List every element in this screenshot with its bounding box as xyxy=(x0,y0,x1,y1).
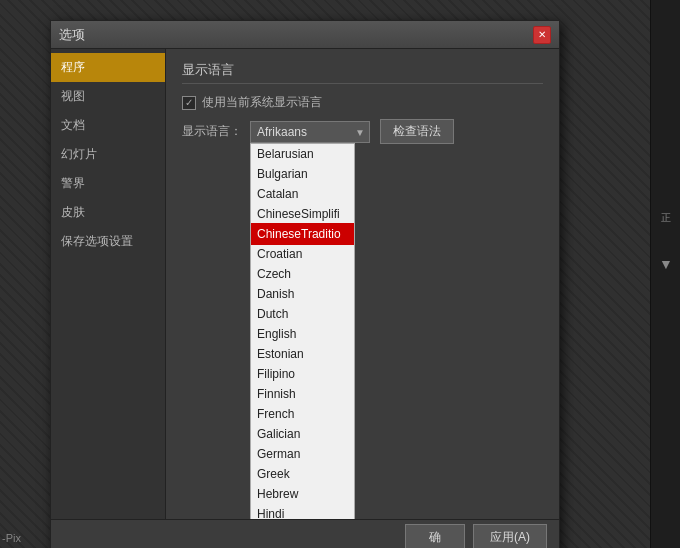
bottom-label: -Pix xyxy=(2,532,21,544)
close-button[interactable]: ✕ xyxy=(533,26,551,44)
language-option[interactable]: Hindi xyxy=(251,504,354,520)
language-option[interactable]: French xyxy=(251,404,354,424)
nav-item-shitu[interactable]: 视图 xyxy=(51,82,165,111)
language-option[interactable]: Bulgarian xyxy=(251,164,354,184)
display-lang-label: 显示语言： xyxy=(182,123,242,140)
right-panel-chevron-icon[interactable]: ▼ xyxy=(651,246,680,282)
use-system-lang-checkbox[interactable] xyxy=(182,96,196,110)
language-option[interactable]: Czech xyxy=(251,264,354,284)
dialog-content: 显示语言 使用当前系统显示语言 显示语言： Afrikaans ▼ B xyxy=(166,49,559,519)
dialog-nav: 程序 视图 文档 幻灯片 警界 皮肤 保存选项设置 xyxy=(51,49,166,519)
lang-select-row: 显示语言： Afrikaans ▼ BelarusianBulgarianCat… xyxy=(182,119,543,144)
language-option[interactable]: Belarusian xyxy=(251,144,354,164)
language-option[interactable]: German xyxy=(251,444,354,464)
language-option[interactable]: Galician xyxy=(251,424,354,444)
nav-item-jingjie[interactable]: 警界 xyxy=(51,169,165,198)
right-panel: 正 ▼ xyxy=(650,0,680,548)
apply-button[interactable]: 应用(A) xyxy=(473,524,547,548)
language-option[interactable]: Hebrew xyxy=(251,484,354,504)
language-option[interactable]: ChineseSimplifi xyxy=(251,204,354,224)
language-option[interactable]: Estonian xyxy=(251,344,354,364)
nav-item-chengxu[interactable]: 程序 xyxy=(51,53,165,82)
language-option[interactable]: Croatian xyxy=(251,244,354,264)
dialog-footer: 确 应用(A) xyxy=(51,519,559,548)
dialog-body: 程序 视图 文档 幻灯片 警界 皮肤 保存选项设置 显示语言 使用当前系统显示语… xyxy=(51,49,559,519)
language-option[interactable]: Greek xyxy=(251,464,354,484)
dialog-title: 选项 xyxy=(59,26,533,44)
language-option[interactable]: Filipino xyxy=(251,364,354,384)
right-panel-icon-top: 正 xyxy=(651,200,680,236)
language-dropdown[interactable]: Afrikaans ▼ xyxy=(250,121,370,143)
language-option[interactable]: ChineseTraditio xyxy=(251,224,354,244)
language-dropdown-wrapper: Afrikaans ▼ BelarusianBulgarianCatalanCh… xyxy=(250,121,370,143)
dropdown-arrow-icon: ▼ xyxy=(355,126,365,137)
language-option[interactable]: Catalan xyxy=(251,184,354,204)
use-system-lang-row: 使用当前系统显示语言 xyxy=(182,94,543,111)
nav-item-pifu[interactable]: 皮肤 xyxy=(51,198,165,227)
language-option[interactable]: Danish xyxy=(251,284,354,304)
language-option[interactable]: Finnish xyxy=(251,384,354,404)
check-grammar-button[interactable]: 检查语法 xyxy=(380,119,454,144)
language-dropdown-list-container: BelarusianBulgarianCatalanChineseSimplif… xyxy=(250,143,355,520)
language-option[interactable]: Dutch xyxy=(251,304,354,324)
language-dropdown-list: BelarusianBulgarianCatalanChineseSimplif… xyxy=(251,144,354,520)
options-dialog: 选项 ✕ 程序 视图 文档 幻灯片 警界 皮肤 保存选项设置 显示语言 使用当前… xyxy=(50,20,560,548)
language-option[interactable]: English xyxy=(251,324,354,344)
nav-item-baocun[interactable]: 保存选项设置 xyxy=(51,227,165,256)
nav-item-wendang[interactable]: 文档 xyxy=(51,111,165,140)
section-title: 显示语言 xyxy=(182,61,543,84)
confirm-button[interactable]: 确 xyxy=(405,524,465,548)
dropdown-current-value: Afrikaans xyxy=(257,125,307,139)
use-system-lang-label: 使用当前系统显示语言 xyxy=(202,94,322,111)
nav-item-huadengpian[interactable]: 幻灯片 xyxy=(51,140,165,169)
dialog-titlebar: 选项 ✕ xyxy=(51,21,559,49)
